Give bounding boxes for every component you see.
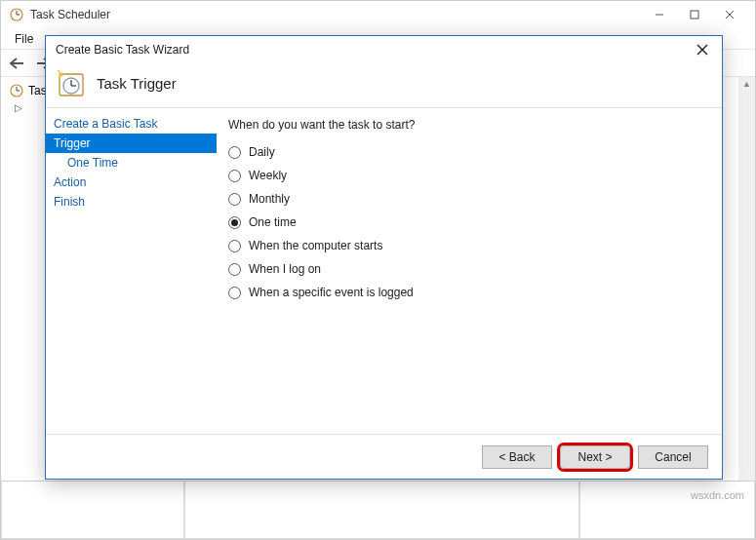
option-weekly[interactable]: Weekly <box>228 169 710 182</box>
wizard-close-button[interactable] <box>693 40 712 59</box>
wizard-content: When do you want the task to start? Dail… <box>217 108 722 434</box>
wizard-body: Create a Basic Task Trigger One Time Act… <box>46 108 722 434</box>
option-daily[interactable]: Daily <box>228 145 710 159</box>
minimize-button[interactable] <box>642 4 677 25</box>
radio-icon <box>228 216 241 229</box>
app-title: Task Scheduler <box>30 8 642 21</box>
watermark: wsxdn.com <box>691 489 744 501</box>
step-create-basic-task[interactable]: Create a Basic Task <box>46 114 217 134</box>
clock-task-icon <box>56 68 87 99</box>
next-button[interactable]: Next > <box>560 445 630 469</box>
panel-mid <box>184 481 579 539</box>
step-trigger[interactable]: Trigger <box>46 134 217 153</box>
option-log-on[interactable]: When I log on <box>228 262 710 276</box>
right-scrollbar[interactable]: ▲ ▶ ▼ <box>738 77 755 508</box>
wizard-footer: < Back Next > Cancel <box>46 434 722 479</box>
radio-icon <box>228 263 241 276</box>
create-basic-task-wizard: Create Basic Task Wizard Task Trigger Cr… <box>45 35 723 480</box>
back-arrow-icon[interactable] <box>7 53 28 74</box>
option-label: One time <box>249 215 297 229</box>
expand-icon[interactable]: ▷ <box>15 102 24 113</box>
option-monthly[interactable]: Monthly <box>228 192 710 206</box>
step-one-time[interactable]: One Time <box>46 153 217 173</box>
option-label: When the computer starts <box>249 239 382 252</box>
radio-icon <box>228 146 241 159</box>
radio-icon <box>228 193 241 206</box>
option-label: Weekly <box>249 169 287 182</box>
wizard-title-bar: Create Basic Task Wizard <box>46 36 722 63</box>
radio-icon <box>228 287 241 299</box>
option-label: Daily <box>249 145 275 159</box>
wizard-title: Create Basic Task Wizard <box>56 43 693 57</box>
tree-root-label: Tas <box>28 84 47 97</box>
window-controls <box>642 4 747 25</box>
wizard-header: Task Trigger <box>46 63 722 108</box>
trigger-options: Daily Weekly Monthly One time When the c… <box>228 145 710 299</box>
bottom-panels <box>1 481 755 539</box>
radio-icon <box>228 240 241 252</box>
scroll-up-icon[interactable]: ▲ <box>742 79 751 89</box>
back-button[interactable]: < Back <box>482 445 552 469</box>
step-action[interactable]: Action <box>46 173 217 192</box>
radio-icon <box>228 170 241 182</box>
option-label: When I log on <box>249 262 321 276</box>
option-event-logged[interactable]: When a specific event is logged <box>228 286 710 299</box>
main-title-bar: Task Scheduler <box>1 1 755 28</box>
option-computer-starts[interactable]: When the computer starts <box>228 239 710 252</box>
close-button[interactable] <box>712 4 747 25</box>
trigger-prompt: When do you want the task to start? <box>228 118 710 132</box>
panel-left <box>1 481 184 539</box>
step-finish[interactable]: Finish <box>46 192 217 212</box>
menu-file[interactable]: File <box>7 30 41 48</box>
cancel-button[interactable]: Cancel <box>638 445 708 469</box>
option-one-time[interactable]: One time <box>228 215 710 229</box>
maximize-button[interactable] <box>677 4 712 25</box>
option-label: When a specific event is logged <box>249 286 414 299</box>
option-label: Monthly <box>249 192 290 206</box>
wizard-steps: Create a Basic Task Trigger One Time Act… <box>46 108 217 434</box>
task-scheduler-icon <box>9 83 24 98</box>
svg-rect-4 <box>691 11 698 19</box>
wizard-header-title: Task Trigger <box>97 75 177 92</box>
task-scheduler-icon <box>9 7 24 22</box>
